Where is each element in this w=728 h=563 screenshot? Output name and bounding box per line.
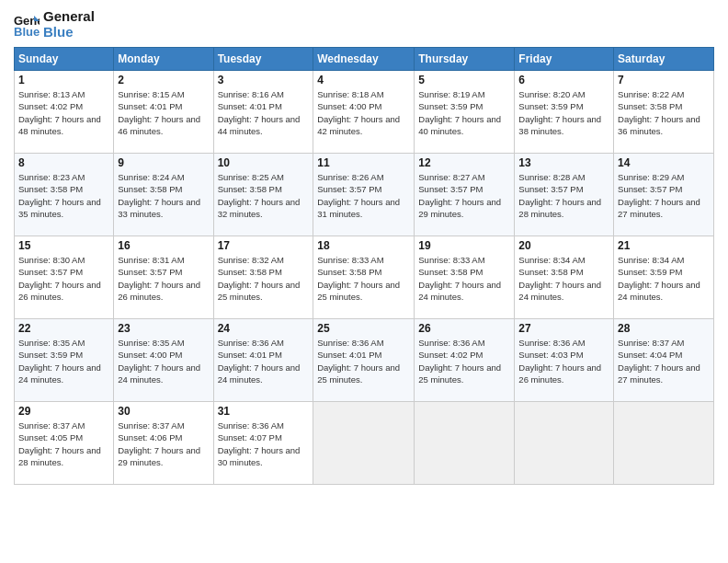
calendar-cell: 10 Sunrise: 8:25 AM Sunset: 3:58 PM Dayl… [213, 154, 313, 236]
day-info: Sunrise: 8:29 AM Sunset: 3:57 PM Dayligh… [618, 171, 710, 220]
calendar-cell: 9 Sunrise: 8:24 AM Sunset: 3:58 PM Dayli… [114, 154, 213, 236]
calendar-cell: 20 Sunrise: 8:34 AM Sunset: 3:58 PM Dayl… [515, 236, 614, 319]
day-info: Sunrise: 8:30 AM Sunset: 3:57 PM Dayligh… [18, 254, 109, 303]
calendar-cell: 25 Sunrise: 8:36 AM Sunset: 4:01 PM Dayl… [313, 319, 415, 402]
day-number: 4 [317, 74, 410, 86]
day-number: 11 [317, 156, 410, 169]
day-info: Sunrise: 8:20 AM Sunset: 3:59 PM Dayligh… [518, 88, 609, 137]
day-info: Sunrise: 8:19 AM Sunset: 3:59 PM Dayligh… [418, 88, 510, 137]
calendar-cell: 17 Sunrise: 8:32 AM Sunset: 3:58 PM Dayl… [213, 236, 313, 319]
day-number: 7 [618, 74, 710, 86]
calendar-table: SundayMondayTuesdayWednesdayThursdayFrid… [14, 47, 714, 485]
calendar-cell: 3 Sunrise: 8:16 AM Sunset: 4:01 PM Dayli… [213, 71, 313, 154]
calendar-cell: 6 Sunrise: 8:20 AM Sunset: 3:59 PM Dayli… [515, 71, 614, 154]
day-number: 22 [18, 322, 109, 335]
day-info: Sunrise: 8:15 AM Sunset: 4:01 PM Dayligh… [118, 88, 209, 137]
day-header-monday: Monday [114, 48, 213, 71]
calendar-cell: 11 Sunrise: 8:26 AM Sunset: 3:57 PM Dayl… [313, 154, 415, 236]
calendar-cell: 2 Sunrise: 8:15 AM Sunset: 4:01 PM Dayli… [114, 71, 213, 154]
calendar-cell: 19 Sunrise: 8:33 AM Sunset: 3:58 PM Dayl… [415, 236, 515, 319]
day-number: 23 [118, 322, 209, 335]
calendar-week-3: 15 Sunrise: 8:30 AM Sunset: 3:57 PM Dayl… [15, 236, 714, 319]
day-info: Sunrise: 8:23 AM Sunset: 3:58 PM Dayligh… [18, 171, 109, 220]
calendar-cell: 8 Sunrise: 8:23 AM Sunset: 3:58 PM Dayli… [15, 154, 114, 236]
calendar-cell: 21 Sunrise: 8:34 AM Sunset: 3:59 PM Dayl… [614, 236, 714, 319]
day-number: 15 [18, 239, 109, 252]
day-info: Sunrise: 8:36 AM Sunset: 4:01 PM Dayligh… [218, 337, 310, 385]
logo-icon: General Blue [14, 12, 40, 38]
day-number: 27 [518, 322, 609, 335]
day-info: Sunrise: 8:36 AM Sunset: 4:03 PM Dayligh… [518, 337, 609, 385]
day-info: Sunrise: 8:35 AM Sunset: 4:00 PM Dayligh… [118, 337, 209, 385]
day-header-saturday: Saturday [614, 48, 714, 71]
day-info: Sunrise: 8:37 AM Sunset: 4:04 PM Dayligh… [618, 337, 710, 385]
calendar-cell: 16 Sunrise: 8:31 AM Sunset: 3:57 PM Dayl… [114, 236, 213, 319]
day-info: Sunrise: 8:37 AM Sunset: 4:05 PM Dayligh… [18, 419, 109, 468]
day-header-thursday: Thursday [415, 48, 515, 71]
calendar-cell [614, 402, 714, 485]
day-info: Sunrise: 8:25 AM Sunset: 3:58 PM Dayligh… [218, 171, 310, 220]
day-info: Sunrise: 8:34 AM Sunset: 3:58 PM Dayligh… [518, 254, 609, 303]
calendar-cell: 31 Sunrise: 8:36 AM Sunset: 4:07 PM Dayl… [213, 402, 313, 485]
svg-text:Blue: Blue [14, 25, 40, 38]
day-info: Sunrise: 8:35 AM Sunset: 3:59 PM Dayligh… [18, 337, 109, 385]
day-number: 21 [618, 239, 710, 252]
day-info: Sunrise: 8:32 AM Sunset: 3:58 PM Dayligh… [218, 254, 310, 303]
calendar-week-5: 29 Sunrise: 8:37 AM Sunset: 4:05 PM Dayl… [15, 402, 714, 485]
logo: General Blue General Blue [14, 9, 95, 40]
day-info: Sunrise: 8:13 AM Sunset: 4:02 PM Dayligh… [18, 88, 109, 137]
day-number: 12 [418, 156, 510, 169]
day-number: 8 [18, 156, 109, 169]
day-number: 29 [18, 405, 109, 418]
day-number: 16 [118, 239, 209, 252]
day-header-sunday: Sunday [15, 48, 114, 71]
day-number: 25 [317, 322, 410, 335]
calendar-cell: 18 Sunrise: 8:33 AM Sunset: 3:58 PM Dayl… [313, 236, 415, 319]
calendar-cell [515, 402, 614, 485]
day-info: Sunrise: 8:34 AM Sunset: 3:59 PM Dayligh… [618, 254, 710, 303]
day-info: Sunrise: 8:22 AM Sunset: 3:58 PM Dayligh… [618, 88, 710, 137]
calendar-week-1: 1 Sunrise: 8:13 AM Sunset: 4:02 PM Dayli… [15, 71, 714, 154]
calendar-cell: 29 Sunrise: 8:37 AM Sunset: 4:05 PM Dayl… [15, 402, 114, 485]
calendar-cell [313, 402, 415, 485]
day-info: Sunrise: 8:37 AM Sunset: 4:06 PM Dayligh… [118, 419, 209, 468]
page: General Blue General Blue SundayMondayTu… [0, 0, 728, 563]
day-info: Sunrise: 8:24 AM Sunset: 3:58 PM Dayligh… [118, 171, 209, 220]
logo-blue: Blue [43, 25, 95, 40]
day-number: 18 [317, 239, 410, 252]
calendar-cell: 22 Sunrise: 8:35 AM Sunset: 3:59 PM Dayl… [15, 319, 114, 402]
calendar-cell: 13 Sunrise: 8:28 AM Sunset: 3:57 PM Dayl… [515, 154, 614, 236]
day-number: 9 [118, 156, 209, 169]
day-number: 28 [618, 322, 710, 335]
day-info: Sunrise: 8:26 AM Sunset: 3:57 PM Dayligh… [317, 171, 410, 220]
calendar-week-4: 22 Sunrise: 8:35 AM Sunset: 3:59 PM Dayl… [15, 319, 714, 402]
calendar-cell: 30 Sunrise: 8:37 AM Sunset: 4:06 PM Dayl… [114, 402, 213, 485]
day-info: Sunrise: 8:28 AM Sunset: 3:57 PM Dayligh… [518, 171, 609, 220]
day-number: 26 [418, 322, 510, 335]
day-number: 20 [518, 239, 609, 252]
day-number: 5 [418, 74, 510, 86]
day-number: 14 [618, 156, 710, 169]
calendar-body: 1 Sunrise: 8:13 AM Sunset: 4:02 PM Dayli… [15, 71, 714, 485]
day-info: Sunrise: 8:36 AM Sunset: 4:02 PM Dayligh… [418, 337, 510, 385]
day-number: 2 [118, 74, 209, 86]
day-header-tuesday: Tuesday [213, 48, 313, 71]
day-number: 1 [18, 74, 109, 86]
day-info: Sunrise: 8:33 AM Sunset: 3:58 PM Dayligh… [418, 254, 510, 303]
calendar-cell: 12 Sunrise: 8:27 AM Sunset: 3:57 PM Dayl… [415, 154, 515, 236]
calendar-cell: 15 Sunrise: 8:30 AM Sunset: 3:57 PM Dayl… [15, 236, 114, 319]
calendar-cell [415, 402, 515, 485]
calendar-cell: 23 Sunrise: 8:35 AM Sunset: 4:00 PM Dayl… [114, 319, 213, 402]
logo-general: General [43, 9, 95, 25]
day-number: 13 [518, 156, 609, 169]
calendar-week-2: 8 Sunrise: 8:23 AM Sunset: 3:58 PM Dayli… [15, 154, 714, 236]
day-info: Sunrise: 8:16 AM Sunset: 4:01 PM Dayligh… [218, 88, 310, 137]
day-info: Sunrise: 8:36 AM Sunset: 4:01 PM Dayligh… [317, 337, 410, 385]
day-info: Sunrise: 8:18 AM Sunset: 4:00 PM Dayligh… [317, 88, 410, 137]
header: General Blue General Blue [14, 9, 714, 40]
day-number: 6 [518, 74, 609, 86]
day-number: 17 [218, 239, 310, 252]
day-number: 24 [218, 322, 310, 335]
calendar-cell: 1 Sunrise: 8:13 AM Sunset: 4:02 PM Dayli… [15, 71, 114, 154]
day-info: Sunrise: 8:33 AM Sunset: 3:58 PM Dayligh… [317, 254, 410, 303]
